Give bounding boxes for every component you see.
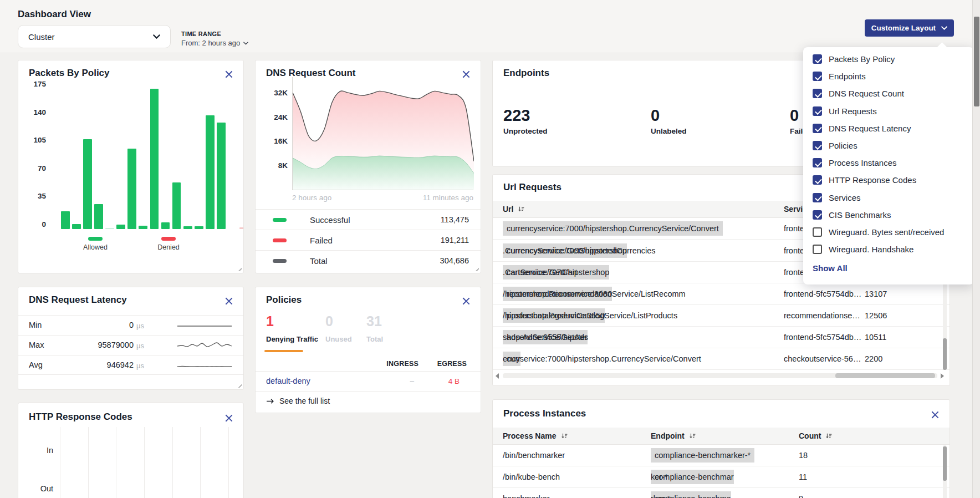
menu-item-label: DNS Request Latency (829, 124, 911, 133)
policy-stat-unused[interactable]: 0Unused (325, 313, 352, 343)
bar-allowed (139, 226, 147, 229)
table-row: adservice:9555/hipstershop.AdService/Get… (493, 327, 950, 348)
checkbox-checked-icon[interactable] (813, 54, 822, 64)
resize-handle[interactable] (237, 383, 242, 388)
checkbox-checked-icon[interactable] (813, 175, 822, 185)
column-header-count[interactable]: Count (799, 428, 833, 444)
menu-item-policies[interactable]: Policies (813, 137, 974, 154)
policy-stat-denying-traffic[interactable]: 1Denying Traffic (266, 313, 318, 343)
bar-denied (239, 227, 243, 229)
scrollbar-thumb[interactable] (974, 17, 979, 106)
menu-item-packets-by-policy[interactable]: Packets By Policy (813, 50, 974, 68)
menu-item-dns-request-count[interactable]: DNS Request Count (813, 85, 974, 102)
legend-label: Successful (310, 215, 350, 225)
count-cell: 11 (799, 472, 807, 481)
endpoint-stat-unprotected: 223Unprotected (503, 107, 548, 135)
card-process-instances: Process Instances Process Name Endpoint … (492, 399, 950, 498)
menu-item-wireguard-bytes-sent-received[interactable]: Wireguard. Bytes sent/received (813, 223, 974, 241)
gridline (172, 427, 173, 498)
scrollbar-thumb[interactable] (943, 338, 947, 370)
view-selector-value: Cluster (28, 32, 55, 42)
vertical-scrollbar[interactable] (943, 445, 947, 498)
show-all-link[interactable]: Show All (813, 263, 848, 273)
close-icon[interactable] (224, 297, 233, 306)
service-cell: recommendationse… (784, 311, 860, 320)
checkbox-checked-icon[interactable] (813, 124, 822, 133)
active-tab-underline (264, 350, 303, 352)
menu-item-process-instances[interactable]: Process Instances (813, 154, 974, 171)
checkbox-checked-icon[interactable] (813, 193, 822, 202)
checkbox-checked-icon[interactable] (813, 106, 822, 116)
menu-item-services[interactable]: Services (813, 189, 974, 206)
checkbox-checked-icon[interactable] (813, 210, 822, 220)
card-title: Process Instances (503, 408, 586, 419)
column-header-process-name[interactable]: Process Name (503, 428, 568, 444)
count-cell: 2200 (865, 354, 882, 363)
card-packets-by-policy: Packets By Policy 17514010570350 Allowed… (18, 60, 244, 273)
column-header-endpoint[interactable]: Endpoint (651, 428, 696, 444)
table-row: recommendationservice:8080/hipstershop.R… (493, 283, 950, 305)
menu-item-endpoints[interactable]: Endpoints (813, 68, 974, 85)
view-selector[interactable]: Cluster (18, 25, 171, 48)
latency-label: Min (29, 321, 42, 329)
bar-allowed (83, 139, 92, 229)
gridline (144, 427, 145, 498)
menu-item-label: Packets By Policy (829, 54, 895, 64)
column-header-label: Url (503, 205, 513, 214)
card-policies: Policies 1Denying Traffic0Unused31Total … (255, 287, 481, 413)
close-icon[interactable] (462, 297, 471, 306)
page-title: Dashboard View (18, 9, 91, 20)
menu-item-dns-request-latency[interactable]: DNS Request Latency (813, 120, 974, 137)
menu-item-url-requests[interactable]: Url Requests (813, 103, 974, 120)
legend-swatch (273, 238, 287, 242)
policy-stat-total[interactable]: 31Total (366, 313, 383, 343)
y-axis-tick: 8K (261, 161, 288, 170)
scroll-left-icon[interactable] (496, 373, 499, 379)
see-full-list-label: See the full list (279, 397, 330, 405)
gridline (116, 427, 116, 498)
checkbox-checked-icon[interactable] (813, 158, 822, 167)
latency-value: 95879000 (52, 341, 134, 349)
process-name-cell: benchmarker (503, 494, 550, 498)
checkbox-unchecked-icon[interactable] (813, 245, 822, 254)
process-name-cell: /bin/kube-bench (503, 472, 560, 481)
column-header-label: Count (799, 431, 821, 440)
card-title: Url Requests (503, 182, 562, 193)
see-full-list-link[interactable]: See the full list (266, 397, 330, 405)
checkbox-checked-icon[interactable] (813, 89, 822, 98)
column-header-egress: EGRESS (437, 360, 467, 368)
sort-icon (689, 433, 696, 440)
checkbox-unchecked-icon[interactable] (813, 227, 822, 237)
scrollbar-thumb[interactable] (943, 446, 947, 481)
stat-value: 31 (366, 313, 383, 329)
checkbox-checked-icon[interactable] (813, 141, 822, 150)
menu-item-cis-benchmarks[interactable]: CIS Benchmarks (813, 206, 974, 223)
policy-link[interactable]: default-deny (266, 377, 310, 385)
menu-item-http-response-codes[interactable]: HTTP Response Codes (813, 171, 974, 189)
page-scrollbar[interactable] (972, 0, 980, 498)
time-range: TIME RANGE From: 2 hours ago (181, 31, 248, 47)
sparkline (177, 319, 232, 334)
menu-item-wireguard-handshake[interactable]: Wireguard. Handshake (813, 241, 974, 258)
menu-item-label: HTTP Response Codes (829, 175, 916, 185)
bar-chart (18, 60, 243, 273)
latency-label: Max (29, 341, 44, 349)
close-icon[interactable] (931, 410, 940, 419)
sparkline (177, 359, 232, 374)
chart-row-label-out: Out (29, 484, 53, 493)
x-axis: 2 hours ago 11 minutes ago (292, 194, 473, 202)
legend-swatch (273, 259, 287, 263)
checkbox-checked-icon[interactable] (813, 72, 822, 81)
scrollbar-thumb[interactable] (835, 373, 935, 378)
scroll-right-icon[interactable] (941, 373, 944, 379)
bar-allowed (217, 123, 226, 229)
horizontal-scrollbar[interactable] (493, 373, 950, 379)
bar-allowed (61, 211, 70, 229)
table-row: /bin/kube-benchcompliance-benchmarker-*1… (493, 466, 950, 488)
legend-row-total: Total304,686 (256, 250, 481, 271)
topbar: Dashboard View Cluster TIME RANGE From: … (0, 0, 980, 53)
customize-layout-button[interactable]: Customize Layout (865, 19, 954, 37)
time-range-value[interactable]: From: 2 hours ago (181, 39, 248, 47)
column-header-url[interactable]: Url (503, 201, 525, 217)
stat-label: Denying Traffic (266, 335, 318, 343)
